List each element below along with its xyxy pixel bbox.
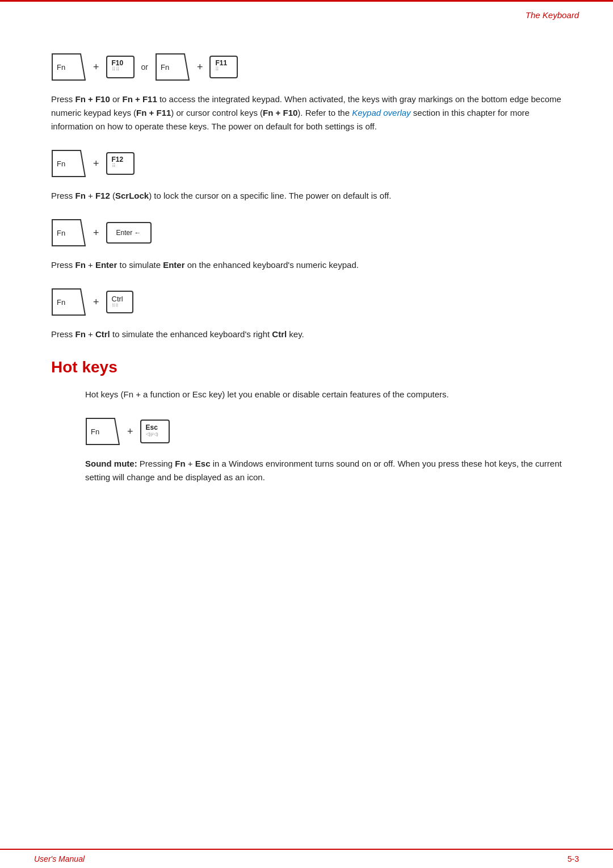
esc-key: Esc ◁))/◁): [140, 420, 170, 443]
hot-keys-intro: Hot keys (Fn + a function or Esc key) le…: [85, 388, 562, 401]
plus-2: +: [197, 61, 203, 73]
fn-key-1: Fn: [51, 53, 86, 81]
footer-right: 5-3: [568, 854, 579, 863]
plus-6: +: [127, 426, 133, 438]
top-rule: [0, 0, 613, 2]
fn-label-5: Fn: [57, 298, 65, 307]
footer-left: User's Manual: [34, 854, 85, 863]
key-combo-fn-f10-f11: Fn + F10 ⠿⠿ or Fn + F11 ⠿: [51, 53, 562, 81]
page-container: The Keyboard Fn + F10 ⠿⠿ or: [0, 0, 613, 868]
fn-label-6: Fn: [91, 427, 99, 436]
plus-5: +: [93, 296, 99, 308]
plus-4: +: [93, 227, 99, 239]
hot-keys-indented: Hot keys (Fn + a function or Esc key) le…: [51, 388, 562, 484]
plus-1: +: [93, 61, 99, 73]
enter-label: Enter ←: [116, 229, 141, 237]
plus-3: +: [93, 158, 99, 170]
sound-mute-para: Sound mute: Pressing Fn + Esc in a Windo…: [85, 457, 562, 484]
key-combo-fn-esc: Fn + Esc ◁))/◁): [85, 417, 562, 446]
main-content: Fn + F10 ⠿⠿ or Fn + F11 ⠿: [0, 20, 613, 529]
para-fn-f12: Press Fn + F12 (ScrLock) to lock the cur…: [51, 189, 562, 203]
esc-label: Esc: [146, 423, 158, 431]
or-label: or: [141, 62, 148, 72]
key-combo-fn-enter: Fn + Enter ←: [51, 219, 562, 247]
page-footer: User's Manual 5-3: [0, 849, 613, 868]
f11-sub: ⠿: [215, 67, 219, 72]
ctrl-label: Ctrl: [112, 295, 123, 303]
f10-key: F10 ⠿⠿: [106, 56, 135, 78]
para-fn-enter: Press Fn + Enter to simulate Enter on th…: [51, 258, 562, 272]
key-combo-fn-f12: Fn + F12 ⠿: [51, 149, 562, 178]
fn-key-6: Fn: [85, 417, 120, 446]
hot-keys-heading: Hot keys: [51, 358, 562, 376]
fn-key-4: Fn: [51, 219, 86, 247]
fn-key-5: Fn: [51, 288, 86, 316]
fn-label-4: Fn: [57, 229, 65, 237]
fn-key-3: Fn: [51, 149, 86, 178]
f11-key: F11 ⠿: [209, 56, 238, 78]
page-header: The Keyboard: [0, 0, 613, 20]
esc-sub: ◁))/◁): [146, 431, 158, 437]
para-fn-f10-f11: Press Fn + F10 or Fn + F11 to access the…: [51, 93, 562, 133]
fn-label-2: Fn: [161, 63, 169, 72]
f12-key: F12 ⠿: [106, 152, 135, 175]
para-fn-ctrl: Press Fn + Ctrl to simulate the enhanced…: [51, 328, 562, 341]
keypad-overlay-link[interactable]: Keypad overlay: [352, 108, 410, 118]
key-combo-fn-ctrl: Fn + Ctrl ⠿⠿: [51, 288, 562, 316]
header-title: The Keyboard: [526, 10, 579, 20]
f12-sub: ⠿: [112, 163, 116, 169]
ctrl-key: Ctrl ⠿⠿: [106, 291, 133, 313]
fn-label-1: Fn: [57, 63, 65, 72]
fn-key-2: Fn: [155, 53, 190, 81]
fn-label-3: Fn: [57, 160, 65, 168]
enter-key: Enter ←: [106, 222, 152, 244]
f10-sub: ⠿⠿: [112, 67, 120, 72]
ctrl-sub: ⠿⠿: [112, 303, 119, 308]
